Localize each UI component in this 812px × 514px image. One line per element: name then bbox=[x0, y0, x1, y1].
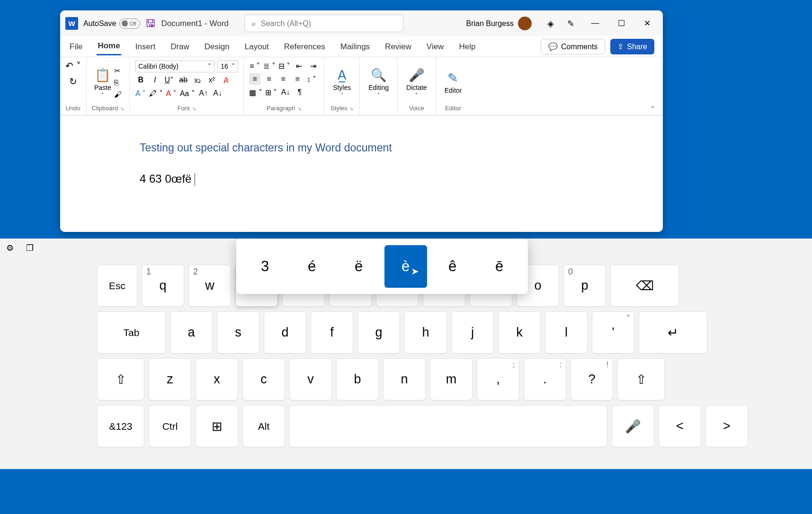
tab-references[interactable]: References bbox=[283, 39, 326, 55]
editing-button[interactable]: 🔍Editing˅ bbox=[365, 68, 392, 97]
key-space[interactable] bbox=[289, 405, 607, 447]
line-spacing-button[interactable]: ↕ ˅ bbox=[306, 73, 317, 85]
key-.[interactable]: :. bbox=[524, 358, 566, 400]
accent-option-ē[interactable]: ē bbox=[478, 245, 521, 288]
key-Tab[interactable]: Tab bbox=[97, 311, 166, 354]
bold-button[interactable]: B bbox=[135, 74, 146, 86]
bullets-button[interactable]: ≡ ˅ bbox=[249, 60, 260, 71]
key-f[interactable]: f bbox=[311, 311, 353, 354]
tab-review[interactable]: Review bbox=[384, 39, 412, 55]
key-z[interactable]: z bbox=[149, 358, 191, 400]
key-h[interactable]: h bbox=[404, 311, 447, 354]
cut-icon[interactable]: ✂ bbox=[114, 66, 122, 75]
key-k[interactable]: k bbox=[498, 311, 541, 354]
align-left-button[interactable]: ≡ bbox=[249, 73, 260, 85]
key->[interactable]: > bbox=[705, 405, 748, 447]
shading-button[interactable]: ▦ ˅ bbox=[249, 87, 262, 98]
key-w[interactable]: 2w bbox=[188, 265, 231, 307]
key-b[interactable]: b bbox=[336, 358, 379, 400]
clear-format-button[interactable]: A̷ bbox=[220, 74, 232, 86]
tab-insert[interactable]: Insert bbox=[134, 39, 157, 55]
font-name-select[interactable]: Calibri (Body)˅ bbox=[135, 60, 214, 72]
tab-mailings[interactable]: Mailings bbox=[339, 39, 371, 55]
key-⇧[interactable]: ⇧ bbox=[97, 358, 144, 400]
undo-button[interactable]: ↶ ˅ bbox=[65, 60, 81, 71]
tab-view[interactable]: View bbox=[426, 39, 445, 55]
key-v[interactable]: v bbox=[289, 358, 332, 400]
autosave-toggle[interactable]: Off bbox=[119, 18, 140, 29]
increase-indent-button[interactable]: ⇥ bbox=[307, 60, 319, 71]
key-a[interactable]: a bbox=[170, 311, 213, 354]
underline-button[interactable]: U ˅ bbox=[163, 74, 175, 86]
pen-icon[interactable]: ✎ bbox=[567, 18, 574, 29]
key-d[interactable]: d bbox=[264, 311, 306, 354]
decrease-indent-button[interactable]: ⇤ bbox=[293, 60, 304, 71]
tab-design[interactable]: Design bbox=[204, 39, 231, 55]
accent-option-è[interactable]: è bbox=[384, 245, 427, 288]
accent-option-ê[interactable]: ê bbox=[431, 245, 474, 288]
text-effects-button[interactable]: A ˅ bbox=[135, 88, 146, 99]
accent-option-ë[interactable]: ë bbox=[338, 245, 380, 288]
key-c[interactable]: c bbox=[242, 358, 285, 400]
subscript-button[interactable]: x₂ bbox=[192, 74, 203, 86]
styles-button[interactable]: A̲Styles˅ bbox=[330, 68, 354, 97]
key-x[interactable]: x bbox=[196, 358, 238, 400]
settings-icon[interactable]: ⚙ bbox=[6, 243, 14, 253]
key-j[interactable]: j bbox=[451, 311, 494, 354]
align-center-button[interactable]: ≡ bbox=[263, 73, 275, 85]
user-account[interactable]: Brian Burgess bbox=[466, 17, 532, 30]
accent-option-3[interactable]: 3 bbox=[244, 245, 286, 288]
key-g[interactable]: g bbox=[357, 311, 400, 354]
key-🎤[interactable]: 🎤 bbox=[612, 405, 654, 447]
highlight-button[interactable]: 🖍 ˅ bbox=[149, 88, 162, 99]
save-icon[interactable]: 🖫 bbox=[145, 18, 156, 30]
key-s[interactable]: s bbox=[217, 311, 259, 354]
document-area[interactable]: Testing out special characters in my Wor… bbox=[60, 115, 663, 232]
key-Esc[interactable]: Esc bbox=[97, 265, 137, 307]
key-⊞[interactable]: ⊞ bbox=[196, 405, 238, 447]
font-color-button[interactable]: A ˅ bbox=[166, 88, 177, 99]
dictate-button[interactable]: 🎤Dictate˅ bbox=[403, 68, 430, 97]
key-p[interactable]: 0p bbox=[563, 265, 606, 307]
accent-option-é[interactable]: é bbox=[291, 245, 333, 288]
format-painter-icon[interactable]: 🖌 bbox=[114, 90, 122, 99]
tab-draw[interactable]: Draw bbox=[170, 39, 190, 55]
key-,[interactable]: ;, bbox=[477, 358, 519, 400]
italic-button[interactable]: I bbox=[149, 74, 161, 86]
paragraph-launcher[interactable]: ↘ bbox=[297, 106, 302, 111]
key-Alt[interactable]: Alt bbox=[242, 405, 285, 447]
show-marks-button[interactable]: ¶ bbox=[294, 87, 305, 98]
strike-button[interactable]: ab bbox=[178, 74, 189, 86]
close-button[interactable]: ✕ bbox=[642, 18, 652, 28]
comments-button[interactable]: 💬 Comments bbox=[541, 39, 605, 54]
key-?[interactable]: !? bbox=[571, 358, 613, 400]
key-q[interactable]: 1q bbox=[142, 265, 184, 307]
key-&123[interactable]: &123 bbox=[97, 405, 144, 447]
key-↵[interactable]: ↵ bbox=[639, 311, 707, 354]
diamond-icon[interactable]: ◈ bbox=[547, 18, 554, 29]
search-box[interactable]: ⌕ bbox=[244, 15, 403, 32]
key-<[interactable]: < bbox=[659, 405, 701, 447]
key-Ctrl[interactable]: Ctrl bbox=[149, 405, 191, 447]
grow-font-button[interactable]: A↑ bbox=[198, 88, 209, 99]
multilevel-button[interactable]: ⊟ ˅ bbox=[278, 60, 290, 71]
tab-layout[interactable]: Layout bbox=[244, 39, 270, 55]
maximize-button[interactable]: ☐ bbox=[616, 18, 626, 28]
key-⇧[interactable]: ⇧ bbox=[617, 358, 665, 400]
tab-file[interactable]: File bbox=[69, 39, 83, 55]
minimize-button[interactable]: — bbox=[590, 18, 600, 28]
key-⌫[interactable]: ⌫ bbox=[610, 265, 679, 307]
ribbon-collapse-button[interactable]: ˅ bbox=[642, 57, 663, 115]
sticker-icon[interactable]: ❐ bbox=[26, 243, 34, 253]
superscript-button[interactable]: x² bbox=[206, 74, 217, 86]
shrink-font-button[interactable]: A↓ bbox=[212, 88, 223, 99]
search-input[interactable] bbox=[261, 19, 396, 28]
autosave-control[interactable]: AutoSave Off bbox=[83, 18, 140, 29]
font-size-select[interactable]: 16˅ bbox=[217, 60, 238, 72]
key-l[interactable]: l bbox=[545, 311, 588, 354]
borders-button[interactable]: ⊞ ˅ bbox=[265, 87, 277, 98]
tab-help[interactable]: Help bbox=[458, 39, 476, 55]
paste-button[interactable]: 📋 Paste ˅ bbox=[94, 68, 111, 97]
font-launcher[interactable]: ↘ bbox=[192, 106, 196, 111]
editor-button[interactable]: ✎Editor bbox=[441, 71, 465, 94]
